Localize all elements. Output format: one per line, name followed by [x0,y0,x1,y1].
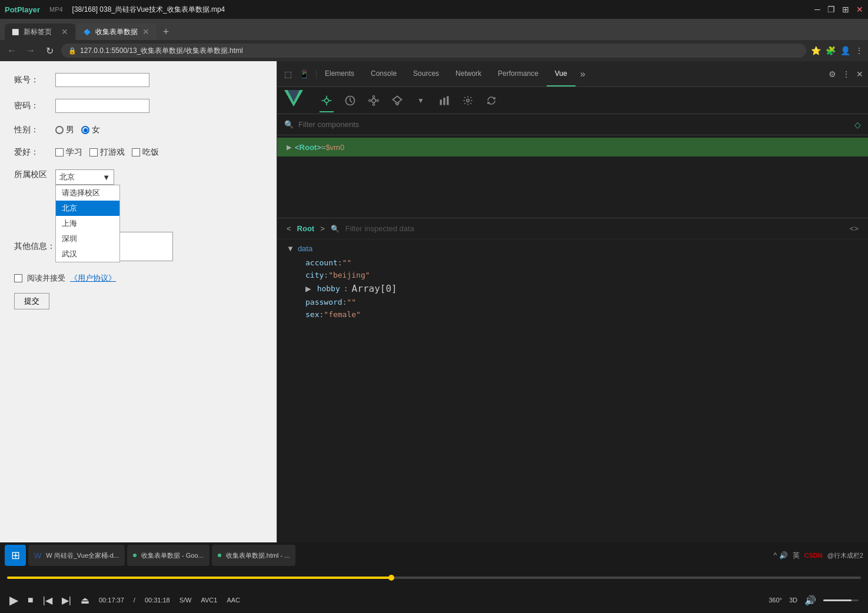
city-value: "beijing" [328,271,370,279]
maximize-button[interactable]: ⊞ [842,5,849,14]
reload-button[interactable]: ↻ [42,45,56,56]
app-logo[interactable]: PotPlayer [5,5,40,14]
password-input[interactable] [55,99,149,113]
close-devtools-icon[interactable]: ✕ [856,69,863,79]
taskbar-vscode[interactable]: 收集表单数据.html - ... [212,545,296,566]
tab-close-form-button[interactable]: ✕ [142,27,149,36]
campus-option-shanghai[interactable]: 上海 [56,216,119,231]
devtools-panel: ⬚ 📱 Elements Console Sources Network Per… [277,61,868,613]
progress-fill [7,577,391,579]
window-controls[interactable]: ─ ❐ ⊞ ✕ [814,5,863,14]
data-toggle[interactable]: ▼ data [287,244,859,253]
tab-network[interactable]: Network [447,61,490,86]
router-chevron-button[interactable]: ▼ [409,89,433,112]
prev-button[interactable]: |◀ [43,595,52,606]
volume-bar[interactable] [823,599,859,601]
zoom-icon[interactable]: ⭐ [811,46,821,55]
tab-close-button[interactable]: ✕ [61,27,68,36]
menu-icon[interactable]: ⋮ [855,46,863,55]
campus-select-wrapper[interactable]: 北京 ▼ 请选择校区 北京 上海 深圳 武汉 [55,169,114,185]
progress-track[interactable] [7,577,861,579]
gender-male[interactable]: 男 [55,125,74,135]
play-button[interactable]: ▶ [9,593,18,607]
taskbar-word[interactable]: W W 尚硅谷_Vue全家桶-d... [28,545,125,566]
root-component-item[interactable]: ▶ < Root > = $vm0 [277,138,868,156]
game-checkbox[interactable] [89,148,98,156]
restore-button[interactable]: ❐ [827,5,835,14]
lock-icon: 🔒 [68,47,77,55]
gender-female[interactable]: 女 [81,125,100,135]
browser-nav-bar: ← → ↻ 🔒 127.0.0.1:5500/13_收集表单数据/收集表单数据.… [0,40,868,61]
other-row: 其他信息： [14,232,262,261]
agree-link[interactable]: 《用户协议》 [70,273,116,284]
tab-performance[interactable]: Performance [490,61,547,86]
vue-settings-button[interactable] [456,89,480,112]
food-checkbox[interactable] [132,148,140,156]
campus-option-placeholder[interactable]: 请选择校区 [56,185,119,201]
tab-console[interactable]: Console [363,61,405,86]
gender-radio-group: 男 女 [55,125,100,135]
more-options-icon[interactable]: ⋮ [842,69,850,79]
close-button[interactable]: ✕ [856,5,863,14]
degrees-label[interactable]: 360° [769,597,782,604]
more-tabs-button[interactable]: » [576,61,590,86]
submit-button[interactable]: 提交 [14,293,49,309]
browser-tab-bar: ⬜ 新标签页 ✕ 🔷 收集表单数据 ✕ + [0,19,868,40]
hobby-game[interactable]: 打游戏 [89,147,125,158]
settings-icon[interactable]: ⚙ [829,69,836,79]
eject-button[interactable]: ⏏ [81,595,89,606]
campus-option-shenzhen[interactable]: 深圳 [56,231,119,246]
tab-newtab[interactable]: ⬜ 新标签页 ✕ [5,24,75,40]
food-label: 吃饭 [142,147,159,158]
minimize-button[interactable]: ─ [814,5,820,14]
components-tool-button[interactable] [315,89,338,112]
extension-icon[interactable]: 🧩 [826,46,836,55]
chart-tool-button[interactable] [433,89,456,112]
inspector-code-icon[interactable]: <> [850,224,859,233]
campus-option-wuhan[interactable]: 武汉 [56,246,119,262]
vuex-tool-button[interactable] [362,89,385,112]
language-indicator[interactable]: 英 [793,551,800,561]
study-label: 学习 [66,147,82,158]
female-radio-circle[interactable] [81,126,89,134]
back-button[interactable]: ← [5,45,19,56]
campus-dropdown[interactable]: 请选择校区 北京 上海 深圳 武汉 [55,185,120,262]
account-input[interactable] [55,73,149,87]
inspector-search-icon[interactable]: 🔍 [331,225,340,233]
address-bar[interactable]: 🔒 127.0.0.1:5500/13_收集表单数据/收集表单数据.html [61,44,806,58]
campus-option-beijing[interactable]: 北京 [56,201,119,216]
progress-handle[interactable] [388,575,394,581]
agree-checkbox[interactable] [14,274,22,282]
forward-button[interactable]: → [24,45,38,56]
stop-button[interactable]: ■ [28,595,34,605]
3d-label[interactable]: 3D [789,597,797,604]
tab-label: 新标签页 [24,27,52,37]
next-button[interactable]: ▶| [62,595,71,606]
hobby-food[interactable]: 吃饭 [132,147,159,158]
inspector-filter-input[interactable] [345,224,444,233]
router-tool-button[interactable] [385,89,409,112]
new-tab-button[interactable]: + [158,24,174,40]
male-radio-circle[interactable] [55,126,64,134]
filter-components-input[interactable] [298,120,850,129]
hobby-field-row[interactable]: ▶ hobby : Array[0] [287,281,859,296]
vue-refresh-button[interactable] [480,89,503,112]
tab-form[interactable]: 🔷 收集表单数据 ✕ [77,24,157,40]
avc1-badge: AVC1 [201,597,217,604]
tab-sources[interactable]: Sources [405,61,447,86]
tab-elements[interactable]: Elements [317,61,363,86]
device-icon[interactable]: 📱 [299,69,309,79]
chrome-active-dot [133,554,137,557]
hobby-study[interactable]: 学习 [55,147,82,158]
address-text: 127.0.0.1:5500/13_收集表单数据/收集表单数据.html [80,46,243,56]
timeline-tool-button[interactable] [338,89,362,112]
profile-icon[interactable]: 👤 [840,46,850,55]
tab-favicon-form: 🔷 [84,29,91,35]
tab-vue[interactable]: Vue [547,61,576,86]
taskbar-chrome1[interactable]: 收集表单数据 - Goo... [127,545,209,566]
study-checkbox[interactable] [55,148,64,156]
volume-icon[interactable]: 🔊 [804,595,816,606]
campus-select[interactable]: 北京 ▼ [55,169,114,185]
inspect-element-icon[interactable]: ⬚ [284,69,292,79]
start-button[interactable]: ⊞ [5,545,26,566]
